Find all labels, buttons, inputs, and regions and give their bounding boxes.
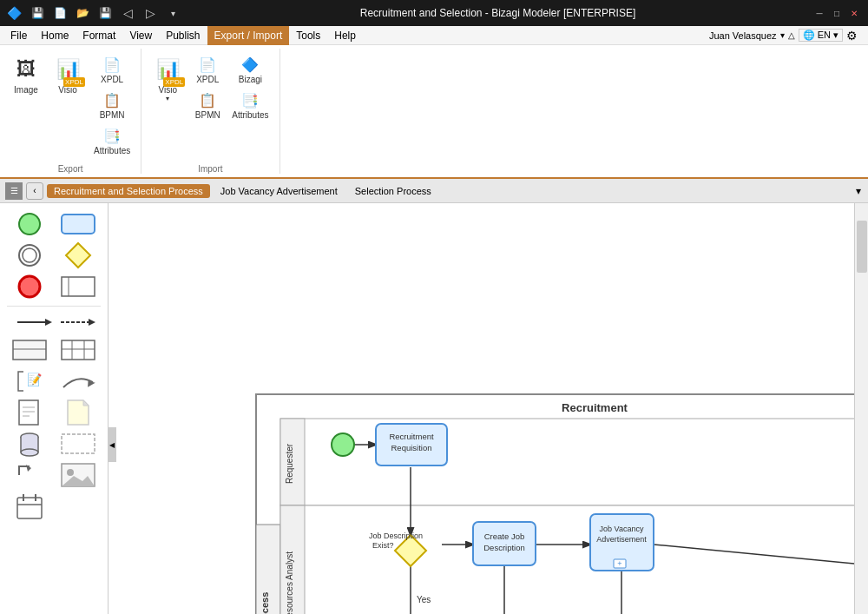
svg-text:Yes: Yes: [417, 595, 431, 604]
swimlane-icon: [59, 274, 97, 299]
svg-text:Exist?: Exist?: [372, 541, 394, 550]
document-icon: [10, 400, 49, 425]
import-xpdl-btn[interactable]: 📄 XPDL: [190, 52, 225, 86]
vertical-scrollbar[interactable]: [854, 203, 868, 614]
user-up[interactable]: △: [788, 30, 795, 40]
start-event-shape[interactable]: [7, 210, 52, 238]
tabs-more-btn[interactable]: ▾: [856, 185, 868, 197]
export-visio-btn[interactable]: 📊 XPDL Visio: [49, 52, 87, 98]
maximize-btn[interactable]: □: [830, 6, 844, 20]
svg-rect-20: [19, 400, 38, 425]
rounded-corner-shape[interactable]: [7, 461, 52, 489]
export-attr-btn[interactable]: 📑 Attributes: [90, 123, 134, 157]
task-shape[interactable]: [56, 210, 101, 238]
v-scroll-thumb[interactable]: [857, 221, 867, 273]
export-bpmn-btn[interactable]: 📋 BPMN: [90, 88, 134, 122]
document-shape[interactable]: [7, 399, 52, 426]
back-btn[interactable]: ‹: [26, 182, 43, 200]
ribbon-group-import: 📊 XPDL Visio ▾ 📄 XPDL 📋 BPMN: [141, 49, 279, 174]
menu-tools[interactable]: Tools: [289, 26, 327, 45]
panel-toggle-btn[interactable]: ◀: [108, 427, 116, 462]
export-bpmn-label: BPMN: [100, 110, 125, 120]
svg-text:Create Job: Create Job: [484, 531, 524, 541]
annotation-icon: 📝: [10, 369, 49, 393]
intermediate-event-shape[interactable]: [7, 241, 52, 269]
menu-file[interactable]: File: [3, 26, 34, 45]
attr-export-icon: 📑: [102, 125, 122, 146]
import-bpmn-label: BPMN: [195, 110, 220, 120]
bizagi-import-icon: 🔷: [240, 54, 260, 75]
import-visio-btn[interactable]: 📊 XPDL Visio ▾: [148, 52, 187, 106]
settings-icon[interactable]: ⚙: [846, 29, 858, 43]
save2-btn[interactable]: 💾: [95, 3, 115, 23]
import-attr-btn[interactable]: 📑 Attributes: [228, 88, 272, 122]
svg-marker-25: [83, 400, 89, 406]
user-area: Juan Velasquez ▾ △ 🌐 EN ▾ ⚙: [709, 29, 865, 43]
dashed-rect-shape[interactable]: [56, 430, 101, 458]
lane-shape[interactable]: [7, 336, 52, 364]
message-flow-shape[interactable]: [57, 314, 97, 331]
gateway-shape[interactable]: [56, 241, 101, 269]
tab-selection-process[interactable]: Selection Process: [348, 184, 438, 198]
calendar-shape[interactable]: [7, 492, 52, 520]
breadcrumb-process[interactable]: Recruitment and Selection Process: [47, 184, 210, 198]
undo-btn[interactable]: ◁: [117, 3, 138, 23]
menu-format[interactable]: Format: [76, 26, 122, 45]
svg-point-34: [67, 469, 74, 476]
window-title: Recruitment and Selection - Bizagi Model…: [183, 7, 812, 19]
curved-arrow-shape[interactable]: [56, 367, 101, 395]
menu-bar: File Home Format View Publish Export / I…: [0, 26, 868, 45]
curved-arrow-icon: [59, 369, 97, 393]
quick-access-toolbar: 💾 📄 📂 💾 ◁ ▷ ▾: [27, 3, 183, 23]
export-image-btn[interactable]: 🖼 Image: [7, 52, 45, 98]
export-buttons: 🖼 Image 📊 XPDL Visio 📄 XPDL: [7, 49, 134, 161]
window-controls: ─ □ ✕: [812, 6, 861, 20]
redo-btn[interactable]: ▷: [140, 3, 161, 23]
menu-publish[interactable]: Publish: [159, 26, 207, 45]
swimlane-shape[interactable]: [56, 273, 101, 300]
shape-panel-icon[interactable]: ☰: [5, 182, 23, 200]
svg-rect-1: [62, 215, 95, 234]
annotation-shape[interactable]: 📝: [7, 367, 52, 395]
svg-text:Advertisement: Advertisement: [596, 535, 647, 544]
lane-icon: [10, 338, 49, 362]
menu-help[interactable]: Help: [327, 26, 363, 45]
svg-text:Recruitment and Selection Proc: Recruitment and Selection Process: [260, 592, 270, 614]
flow-row: [7, 312, 101, 333]
svg-point-76: [332, 433, 354, 456]
import-bpmn-btn[interactable]: 📋 BPMN: [190, 88, 225, 122]
title-bar: 🔷 💾 📄 📂 💾 ◁ ▷ ▾ Recruitment and Selectio…: [0, 0, 868, 26]
close-btn[interactable]: ✕: [847, 6, 861, 20]
open-btn[interactable]: 📂: [72, 3, 93, 23]
note-shape[interactable]: [56, 399, 101, 426]
dashed-rect-icon: [59, 432, 97, 456]
menu-home[interactable]: Home: [34, 26, 76, 45]
svg-rect-6: [62, 277, 95, 296]
svg-text:Description: Description: [483, 543, 525, 552]
svg-point-5: [19, 276, 40, 297]
cylinder-shape[interactable]: [7, 430, 52, 458]
lang-selector[interactable]: 🌐 EN ▾: [799, 29, 843, 42]
table-shape[interactable]: [56, 336, 101, 364]
menu-export-import[interactable]: Export / Import: [207, 26, 290, 45]
breadcrumb-bar: ☰ ‹ Recruitment and Selection Process Jo…: [0, 179, 868, 203]
ribbon: 🖼 Image 📊 XPDL Visio 📄 XPDL: [0, 45, 868, 179]
sequence-flow-shape[interactable]: [14, 314, 54, 331]
more-btn[interactable]: ▾: [162, 3, 183, 23]
export-xpdl-btn[interactable]: 📄 XPDL: [90, 52, 134, 86]
end-event-shape[interactable]: [7, 273, 52, 300]
image-shape[interactable]: [56, 461, 101, 489]
tab-job-vacancy[interactable]: Job Vacancy Advertisement: [214, 184, 345, 198]
table-icon: [59, 338, 97, 362]
svg-rect-49: [280, 505, 854, 614]
new-btn[interactable]: 📄: [49, 3, 70, 23]
calendar-icon: [10, 494, 49, 518]
minimize-btn[interactable]: ─: [812, 6, 826, 20]
user-chevron[interactable]: ▾: [780, 30, 785, 40]
menu-view[interactable]: View: [122, 26, 159, 45]
save-btn[interactable]: 💾: [27, 3, 48, 23]
import-bizagi-btn[interactable]: 🔷 Bizagi: [228, 52, 272, 86]
svg-marker-4: [66, 243, 90, 267]
svg-rect-36: [17, 498, 42, 518]
bpmn-canvas: Recruitment and Selection Process Recrui…: [108, 203, 854, 614]
